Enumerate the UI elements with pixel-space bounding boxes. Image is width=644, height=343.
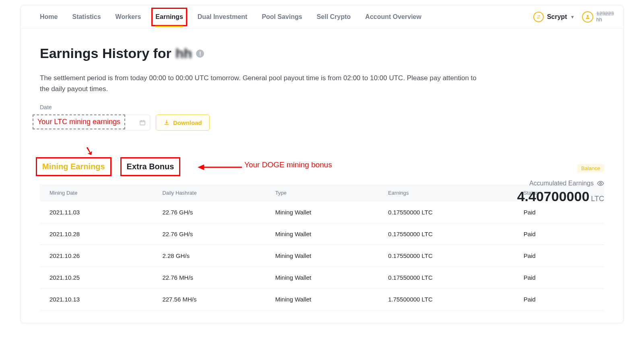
cell-hash: 227.56 MH/s (153, 289, 265, 310)
cell-date: 2021.10.26 (40, 245, 153, 267)
cell-status: Paid (514, 245, 604, 267)
user-icon (582, 11, 593, 23)
nav-tabs: Home Statistics Workers Earnings Dual In… (40, 6, 421, 28)
cell-type: Mining Wallet (266, 245, 378, 267)
nav-tab-pool-savings[interactable]: Pool Savings (262, 6, 302, 28)
annotation-ltc: Your LTC mining earnings (33, 114, 125, 129)
cell-type: Mining Wallet (266, 267, 378, 289)
download-button[interactable]: Download (156, 114, 210, 131)
col-mining-date: Mining Date (40, 184, 153, 202)
nav-tab-account-overview[interactable]: Account Overview (365, 6, 421, 28)
account-chip[interactable]: 123223 hh (582, 11, 614, 23)
table-row: 2021.10.2522.76 MH/sMining Wallet0.17550… (40, 267, 604, 289)
swap-icon (533, 12, 544, 22)
table-row: 2021.10.262.28 GH/sMining Wallet0.175500… (40, 245, 604, 267)
nav-tab-sell-crypto[interactable]: Sell Crypto (317, 6, 351, 28)
accumulated-earnings-value: 4.40700000LTC (517, 189, 604, 204)
account-name: hh (597, 17, 614, 23)
nav-tab-dual-investment[interactable]: Dual Investment (198, 6, 248, 28)
arrow-down-icon: ➘ (83, 144, 96, 158)
chevron-down-icon: ▼ (570, 15, 575, 19)
account-id: 123223 (597, 11, 614, 17)
cell-earn: 0.17550000 LTC (378, 245, 514, 267)
table-row: 2021.10.13227.56 MH/sMining Wallet1.7550… (40, 289, 604, 310)
eye-icon[interactable] (597, 180, 604, 187)
date-label: Date (40, 104, 604, 110)
cell-status: Paid (514, 202, 604, 223)
subtab-mining-earnings[interactable]: Mining Earnings (40, 160, 107, 173)
calendar-icon (139, 119, 146, 126)
cell-earn: 0.17550000 LTC (378, 267, 514, 289)
balance-chip[interactable]: Balance (577, 164, 604, 173)
algorithm-label: Scrypt (547, 13, 567, 21)
cell-date: 2021.10.28 (40, 223, 153, 245)
subtab-extra-bonus[interactable]: Extra Bonus (124, 160, 177, 173)
nav-tab-home[interactable]: Home (40, 6, 58, 28)
cell-earn: 0.17550000 LTC (378, 202, 514, 223)
cell-earn: 1.75500000 LTC (378, 289, 514, 310)
nav-tab-workers[interactable]: Workers (116, 6, 141, 28)
table-row: 2021.11.0322.76 GH/sMining Wallet0.17550… (40, 202, 604, 223)
cell-hash: 2.28 GH/s (153, 245, 265, 267)
cell-hash: 22.76 MH/s (153, 267, 265, 289)
col-earnings: Earnings (378, 184, 514, 202)
accumulated-earnings-label: Accumulated Earnings (517, 180, 604, 187)
arrow-left-icon (198, 162, 242, 173)
page-title: Earnings History for hh ! (40, 46, 604, 61)
account-text: 123223 hh (597, 11, 614, 23)
svg-point-0 (586, 15, 588, 17)
cell-date: 2021.11.03 (40, 202, 153, 223)
cell-type: Mining Wallet (266, 202, 378, 223)
cell-earn: 0.17550000 LTC (378, 223, 514, 245)
cell-hash: 22.76 GH/s (153, 223, 265, 245)
top-nav: Home Statistics Workers Earnings Dual In… (21, 5, 623, 29)
algorithm-selector[interactable]: Scrypt ▼ (533, 12, 575, 22)
cell-type: Mining Wallet (266, 223, 378, 245)
svg-rect-2 (140, 121, 145, 125)
cell-date: 2021.10.25 (40, 267, 153, 289)
download-icon (163, 119, 170, 126)
cell-status: Paid (514, 223, 604, 245)
nav-tab-earnings[interactable]: Earnings (155, 6, 183, 28)
info-icon[interactable]: ! (196, 50, 204, 58)
col-type: Type (266, 184, 378, 202)
cell-hash: 22.76 GH/s (153, 202, 265, 223)
table-row: 2021.10.2822.76 GH/sMining Wallet0.17550… (40, 223, 604, 245)
cell-status: Paid (514, 267, 604, 289)
settlement-description: The settlement period is from today 00:0… (40, 73, 483, 94)
col-daily-hashrate: Daily Hashrate (153, 184, 265, 202)
cell-status: Paid (514, 289, 604, 310)
nav-tab-statistics[interactable]: Statistics (72, 6, 101, 28)
cell-date: 2021.10.13 (40, 289, 153, 310)
cell-type: Mining Wallet (266, 289, 378, 310)
svg-point-5 (600, 183, 602, 185)
svg-marker-4 (198, 164, 204, 170)
annotation-doge: Your DOGE mining bonus (244, 160, 332, 169)
